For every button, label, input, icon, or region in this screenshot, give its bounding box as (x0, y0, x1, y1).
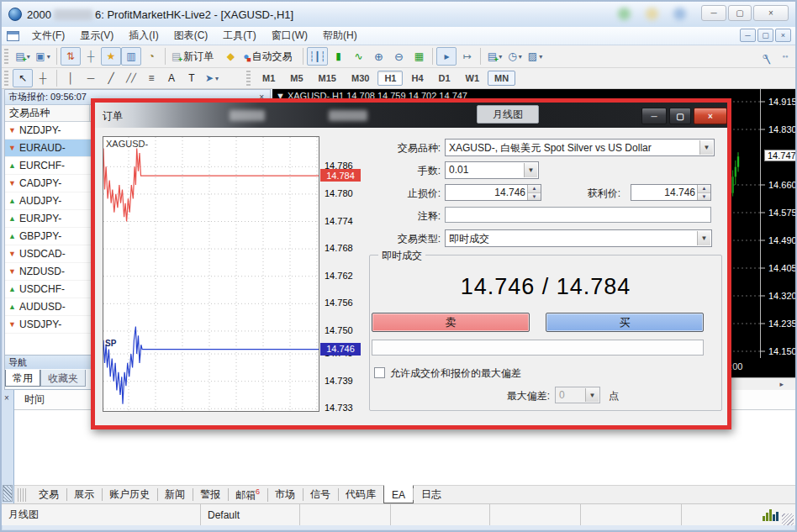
order-dialog-titlebar[interactable]: 订单 ─ ▢ × (95, 103, 727, 128)
terminal-tab-EA[interactable]: EA (383, 485, 414, 503)
order-type-select[interactable]: 即时成交▼ (445, 229, 712, 247)
volume-select[interactable]: 0.01▼ (445, 161, 539, 179)
dialog-minimize-button[interactable]: ─ (641, 108, 667, 124)
buy-button[interactable]: 买 (546, 313, 704, 332)
panel-grip-icon[interactable] (3, 485, 13, 502)
indicators-button[interactable]: ▤+▾ (484, 47, 504, 66)
strategy-tester-button[interactable]: ◔ (141, 47, 161, 66)
bar-chart-button[interactable]: ┆┃┆ (307, 47, 329, 66)
zoom-out-button[interactable]: ⊖ (388, 47, 409, 66)
timeframe-h4-button[interactable]: H4 (404, 71, 430, 86)
dropdown-caret-icon[interactable]: ▾ (539, 53, 542, 61)
timeframe-m1-button[interactable]: M1 (256, 71, 282, 86)
line-chart-button[interactable]: ∿ (348, 47, 368, 66)
templates-button[interactable]: ▨▾ (525, 47, 545, 66)
metaeditor-button[interactable]: ◆ (220, 47, 240, 66)
terminal-tab-交易[interactable]: 交易 (31, 486, 66, 503)
timeframe-mn-button[interactable]: MN (488, 71, 515, 86)
terminal-close-icon[interactable]: × (4, 393, 9, 403)
menu-item[interactable]: 插入(I) (121, 26, 166, 45)
timeframe-d1-button[interactable]: D1 (432, 71, 457, 86)
crosshair-button[interactable]: ┼ (33, 69, 53, 87)
resize-grip[interactable] (782, 514, 794, 525)
tile-windows-button[interactable]: ▦ (409, 47, 429, 66)
chevron-down-icon[interactable]: ▼ (697, 231, 710, 245)
mdi-close-button[interactable]: × (775, 29, 791, 42)
chevron-down-icon[interactable]: ▼ (699, 140, 713, 155)
market-watch-button[interactable]: ⇅ (61, 47, 81, 66)
periods-button[interactable]: ◷▾ (504, 47, 525, 66)
terminal-tab-警报[interactable]: 警报 (193, 486, 228, 503)
profiles-button[interactable]: ▣▾ (33, 47, 53, 66)
spin-up-icon[interactable]: ▲ (698, 185, 710, 193)
dialog-close-button[interactable]: × (694, 108, 727, 124)
timeframe-h1-button[interactable]: H1 (377, 71, 403, 86)
timeframe-m15-button[interactable]: M15 (312, 71, 343, 86)
arrows-button[interactable]: ➤▾ (202, 69, 222, 87)
comment-input[interactable] (445, 207, 711, 223)
menu-item[interactable]: 图表(C) (166, 26, 216, 45)
new-order-button[interactable]: ▤+新订单 (169, 47, 220, 66)
dropdown-caret-icon[interactable]: ▾ (499, 53, 502, 61)
navigator-tab[interactable]: 常用 (5, 370, 40, 387)
fibonacci-button[interactable]: ≡ (141, 69, 161, 87)
terminal-tab-账户历史[interactable]: 账户历史 (102, 486, 157, 503)
menu-item[interactable]: 文件(F) (24, 26, 72, 45)
chevron-down-icon[interactable]: ▼ (524, 163, 537, 177)
trendline-button[interactable]: ╱ (101, 69, 121, 87)
scroll-right-icon[interactable]: ▸ (779, 380, 784, 388)
maximize-button[interactable]: ▢ (728, 5, 752, 21)
chart-shift-button[interactable]: ↦ (457, 47, 477, 66)
dropdown-caret-icon[interactable]: ▾ (215, 75, 219, 82)
mdi-restore-button[interactable]: ▢ (757, 29, 773, 42)
mdi-minimize-button[interactable]: ─ (740, 29, 756, 42)
menu-item[interactable]: 帮助(H) (315, 26, 365, 45)
terminal-button[interactable]: ▥ (121, 47, 141, 66)
timeframe-w1-button[interactable]: W1 (459, 71, 487, 86)
tab-bar-grip-icon[interactable] (18, 488, 28, 502)
horizontal-line-button[interactable]: ─ (81, 69, 101, 87)
search-button[interactable]: ○╲ (755, 47, 775, 66)
toolbar-grip[interactable] (4, 71, 8, 86)
community-button[interactable]: ●● (775, 47, 795, 66)
menu-item[interactable]: 显示(V) (72, 26, 121, 45)
text-button[interactable]: A (161, 69, 182, 87)
timeframe-m30-button[interactable]: M30 (345, 71, 376, 86)
cursor-button[interactable]: ↖ (13, 69, 33, 87)
sell-button[interactable]: 卖 (372, 313, 530, 332)
menu-item[interactable]: 窗口(W) (264, 26, 315, 45)
vertical-line-button[interactable]: │ (61, 69, 81, 87)
terminal-tab-展示[interactable]: 展示 (66, 486, 102, 503)
dropdown-caret-icon[interactable]: ▾ (519, 53, 522, 61)
toolbar-grip[interactable] (246, 71, 251, 86)
terminal-tab-信号[interactable]: 信号 (303, 486, 338, 503)
close-button[interactable]: × (753, 5, 789, 21)
auto-scroll-button[interactable]: ▸ (436, 47, 457, 66)
menu-item[interactable]: 工具(T) (215, 26, 263, 45)
minimize-button[interactable]: ─ (701, 5, 726, 21)
terminal-tab-代码库[interactable]: 代码库 (338, 486, 383, 503)
navigator-button[interactable]: ★ (101, 47, 121, 66)
take-profit-input[interactable]: 14.746 ▲▼ (631, 184, 711, 201)
autotrading-button[interactable]: ●■自动交易 (240, 47, 298, 66)
dropdown-caret-icon[interactable]: ▾ (27, 53, 30, 61)
candlestick-chart-button[interactable]: ▮ (328, 47, 348, 66)
text-label-button[interactable]: T (182, 69, 202, 87)
timeframe-m5-button[interactable]: M5 (283, 71, 309, 86)
dropdown-caret-icon[interactable]: ▾ (47, 53, 50, 61)
terminal-tab-市场[interactable]: 市场 (267, 486, 303, 503)
zoom-in-button[interactable]: ⊕ (368, 47, 388, 66)
deviation-checkbox[interactable] (374, 367, 385, 378)
terminal-tab-邮箱[interactable]: 邮箱6 (228, 486, 267, 504)
new-chart-button[interactable]: ▤+▾ (13, 47, 33, 66)
symbol-select[interactable]: XAGUSD-, 白银美元 Spot Silver vs US Dollar▼ (445, 139, 715, 156)
dialog-maximize-button[interactable]: ▢ (669, 108, 691, 124)
terminal-tab-日志[interactable]: 日志 (414, 486, 449, 503)
navigator-tab[interactable]: 收藏夹 (40, 370, 86, 387)
title-bar[interactable]: 2000 6: ProfitMarketHK-Live2 - [XAGUSD-,… (2, 2, 795, 27)
toolbar-grip[interactable] (4, 49, 8, 64)
channel-button[interactable]: ╱╱ (121, 69, 141, 87)
spin-down-icon[interactable]: ▼ (698, 193, 710, 201)
data-window-button[interactable]: ┼ (81, 47, 101, 66)
terminal-tab-新闻[interactable]: 新闻 (157, 486, 193, 503)
